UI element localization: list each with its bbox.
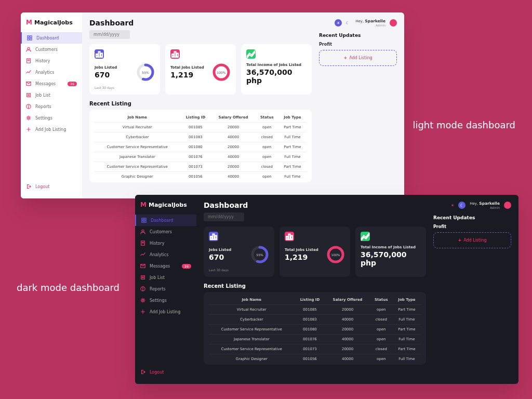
table-row[interactable]: Graphic Designer00105640000openFull Time [209,354,421,364]
table-row[interactable]: Customer Service Representative001080200… [209,325,421,335]
bar-icon [209,232,218,241]
card-value: 670 [209,253,231,261]
table-row[interactable]: Customer Service Representative001080200… [95,142,307,152]
table-header: Job Name [209,295,295,305]
sidebar-item-customers[interactable]: Customers [135,226,196,237]
avatar[interactable] [390,19,397,26]
progress-ring: 100% [212,63,231,82]
svg-rect-0 [28,36,29,37]
table-row[interactable]: Graphic Designer00105640000openFull Time [95,172,307,182]
page-title: Dashboard [89,19,312,27]
sidebar-item-customers[interactable]: Customers [21,44,82,55]
sidebar-item-reports[interactable]: Reports [135,283,196,295]
svg-point-15 [28,117,29,118]
table-cell: Cyberbacker [95,132,180,142]
date-input[interactable] [89,30,130,39]
sidebar-item-job-list[interactable]: Job List [135,272,196,283]
table-row[interactable]: Cyberbacker00108340000closedFull Time [209,315,421,325]
table-row[interactable]: Customer Service Representative001073200… [95,162,307,172]
list-icon [26,92,31,98]
sidebar-item-label: Settings [35,116,52,121]
table-row[interactable]: Virtual Recruiter00108520000openPart Tim… [95,123,307,132]
add-listing-button[interactable]: +Add Listing [433,232,511,248]
logout-button[interactable]: Logout [135,366,196,378]
table-cell: 001080 [295,325,326,335]
dashboard-dark: MMagicalJobsDashboardCustomersHistoryAna… [135,195,518,384]
table-cell: open [256,142,278,152]
table-cell: Part Time [278,162,307,172]
svg-rect-1 [30,36,32,37]
sidebar-item-label: History [150,241,164,246]
dark-mode-toggle[interactable]: ☾ [344,19,351,26]
sidebar-item-settings[interactable]: Settings [21,112,82,124]
svg-rect-52 [289,234,290,240]
sidebar-item-label: Dashboard [151,218,173,223]
sidebar-item-history[interactable]: History [21,55,82,66]
table-cell: open [370,325,393,335]
svg-rect-23 [172,54,174,57]
sidebar-item-job-list[interactable]: Job List [21,89,82,101]
table-header: Listing ID [180,113,211,123]
alert-icon [140,286,145,291]
sidebar-item-settings[interactable]: Settings [135,295,196,306]
table-cell: closed [256,162,278,172]
user-icon [140,229,145,234]
table-row[interactable]: Cyberbacker00108340000closedFull Time [95,132,307,142]
section-title: Recent Listing [204,283,426,289]
stat-card: Jobs Listed67055%Last 30 days [204,227,274,277]
dashboard-light: MMagicalJobsDashboardCustomersHistoryAna… [21,12,404,198]
logout-button[interactable]: Logout [21,181,82,192]
sidebar-item-messages[interactable]: Messages26 [21,78,82,89]
table-header: Salary Offered [325,295,369,305]
table-cell: Cyberbacker [209,315,295,325]
light-mode-toggle[interactable]: ☀ [335,19,342,26]
table-header: Salary Offered [211,113,255,123]
table-cell: open [370,305,393,315]
sidebar-item-reports[interactable]: Reports [21,101,82,112]
header-right: ☀☾Hey, SparkelleAdmin [433,201,511,210]
sidebar-item-add-job-listing[interactable]: Add Job Listing [21,124,82,135]
table-header: Job Type [393,295,421,305]
svg-point-43 [142,299,143,301]
sidebar-item-label: Job List [35,93,50,98]
gear-icon [140,298,145,303]
stat-card: Total Income of Jobs Listed36,570,000 ph… [355,227,426,277]
sidebar-item-analytics[interactable]: Analytics [21,66,82,78]
sidebar-item-dashboard[interactable]: Dashboard [21,32,82,44]
avatar[interactable] [504,202,511,209]
date-input[interactable] [204,212,244,221]
svg-rect-24 [175,52,176,58]
table-cell: closed [370,344,393,354]
table-header: Job Name [95,113,180,123]
light-mode-toggle[interactable]: ☀ [449,202,456,209]
sidebar-item-label: Analytics [35,70,54,75]
table-row[interactable]: Customer Service Representative001073200… [209,344,421,354]
table-cell: Virtual Recruiter [209,305,295,315]
chart-icon [140,252,145,257]
sidebar-item-add-job-listing[interactable]: Add Job Listing [135,306,196,317]
add-listing-button[interactable]: +Add Listing [319,50,397,66]
stat-card: Jobs Listed67055%Last 30 days [89,44,160,95]
sidebar-item-label: Customers [35,47,58,52]
badge: 26 [68,82,77,86]
gear-icon [26,115,31,121]
chart-icon [26,70,31,75]
sidebar-item-messages[interactable]: Messages26 [135,260,196,272]
sidebar-item-history[interactable]: History [135,237,196,249]
dark-mode-toggle[interactable]: ☾ [458,202,466,209]
sidebar-item-analytics[interactable]: Analytics [135,249,196,260]
table-cell: Full Time [393,335,421,344]
sidebar-item-dashboard[interactable]: Dashboard [135,215,196,226]
svg-point-42 [143,290,143,290]
grid-icon [141,218,147,223]
svg-point-14 [29,108,29,108]
caption-light: light mode dashboard [413,119,515,130]
table-row[interactable]: Japanese Translator00107640000openFull T… [95,152,307,162]
table-row[interactable]: Japanese Translator00107640000openFull T… [209,335,421,344]
table-row[interactable]: Virtual Recruiter00108520000openPart Tim… [209,305,421,315]
card-subtitle: Last 30 days [95,86,155,89]
table-cell: 40000 [325,354,369,364]
table-cell: Graphic Designer [209,354,295,364]
card-value: 1,219 [170,71,204,79]
logo-icon: M [26,19,32,26]
